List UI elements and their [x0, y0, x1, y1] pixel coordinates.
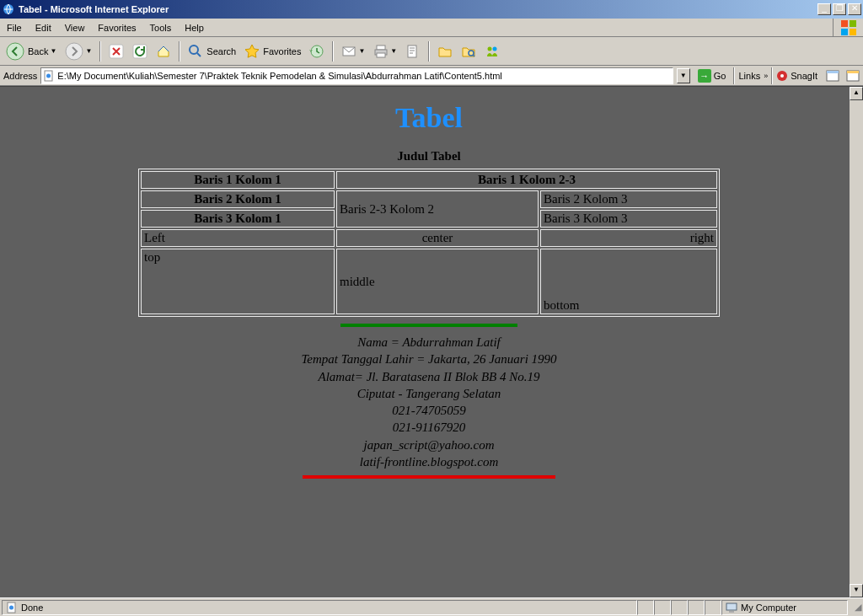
- cell-r23c2: Baris 2-3 Kolom 2: [336, 190, 539, 228]
- snagit-window-icon[interactable]: [826, 70, 839, 82]
- toolbar: Back ▼ ▼ Search Favorites ▼ ▼: [0, 37, 863, 66]
- go-icon: →: [698, 69, 711, 83]
- chevron-down-icon: ▼: [358, 47, 365, 55]
- info-nama: Nama = Abdurrahman Latif: [8, 334, 850, 351]
- status-panel: [705, 600, 721, 615]
- info-alamat: Alamat= Jl. Baratasena II Blok BB 4 No.1…: [8, 368, 850, 385]
- svg-rect-4: [850, 29, 856, 35]
- mail-button[interactable]: ▼: [339, 41, 367, 62]
- title-bar: Tabel - Microsoft Internet Explorer _ ❐ …: [0, 0, 863, 19]
- window-title: Tabel - Microsoft Internet Explorer: [19, 4, 169, 14]
- svg-rect-24: [827, 71, 839, 73]
- svg-point-18: [493, 46, 497, 51]
- refresh-button[interactable]: [130, 41, 150, 62]
- windows-logo-icon: [833, 19, 863, 37]
- svg-rect-29: [726, 603, 737, 610]
- chevron-down-icon: ▼: [50, 47, 56, 55]
- divider-red: [303, 475, 555, 479]
- snagit-profile-icon[interactable]: [846, 70, 860, 82]
- address-dropdown[interactable]: ▼: [677, 68, 690, 83]
- info-ttl: Tempat Tanggal Lahir = Jakarta, 26 Janua…: [8, 351, 850, 367]
- restore-button[interactable]: ❐: [833, 3, 846, 15]
- snagit-icon[interactable]: SnagIt: [776, 70, 817, 82]
- address-label: Address: [3, 71, 37, 81]
- history-button[interactable]: [307, 41, 327, 62]
- menu-view[interactable]: View: [58, 20, 92, 35]
- info-telp2: 021-91167920: [8, 419, 850, 436]
- cell-bottom: bottom: [540, 249, 717, 314]
- svg-point-20: [46, 73, 51, 78]
- status-panel: [654, 600, 671, 615]
- status-message: Done: [2, 600, 637, 615]
- info-block: Nama = Abdurrahman Latif Tempat Tanggal …: [8, 334, 850, 470]
- separator: [733, 67, 735, 84]
- print-button[interactable]: ▼: [371, 41, 399, 62]
- menu-file[interactable]: File: [0, 20, 29, 35]
- svg-point-6: [66, 43, 83, 60]
- cell-r3c3: Baris 3 Kolom 3: [540, 210, 717, 228]
- divider-green: [340, 324, 517, 327]
- svg-point-28: [9, 605, 13, 609]
- cell-r2c3: Baris 2 Kolom 3: [540, 190, 717, 208]
- favorites-button[interactable]: Favorites: [242, 41, 303, 62]
- separator: [99, 41, 101, 62]
- research-button[interactable]: [458, 41, 479, 62]
- svg-point-5: [7, 43, 24, 60]
- resize-grip-icon[interactable]: ◢: [848, 602, 861, 613]
- links-label[interactable]: Links: [738, 71, 760, 81]
- separator: [428, 41, 430, 62]
- ie-icon: [2, 3, 15, 16]
- menu-bar: File Edit View Favorites Tools Help: [0, 19, 863, 37]
- messenger-button[interactable]: [482, 41, 502, 62]
- security-zone: My Computer: [721, 600, 848, 615]
- svg-rect-15: [408, 46, 416, 57]
- status-bar: Done My Computer ◢: [0, 597, 863, 616]
- info-blog: latif-frontline.blogspot.com: [8, 453, 850, 470]
- search-button[interactable]: Search: [185, 41, 239, 62]
- cell-r2c1: Baris 2 Kolom 1: [141, 190, 335, 208]
- content-viewport: Tabel Judul Tabel Baris 1 Kolom 1 Baris …: [0, 86, 863, 597]
- svg-rect-1: [841, 20, 848, 27]
- home-button[interactable]: [153, 41, 174, 62]
- forward-button[interactable]: ▼: [62, 41, 94, 62]
- svg-rect-30: [729, 611, 734, 613]
- address-bar: Address E:\My Document\Kuliah\Semester 7…: [0, 66, 863, 86]
- status-panel: [671, 600, 688, 615]
- svg-point-9: [190, 46, 198, 54]
- menu-edit[interactable]: Edit: [29, 20, 58, 35]
- cell-r1c23: Baris 1 Kolom 2-3: [336, 171, 717, 189]
- status-panel: [637, 600, 654, 615]
- status-panel: [688, 600, 705, 615]
- page-icon: [43, 70, 55, 82]
- minimize-button[interactable]: _: [817, 3, 831, 15]
- chevron-down-icon: ▼: [390, 47, 397, 55]
- edit-button[interactable]: [403, 41, 423, 62]
- svg-rect-3: [841, 29, 848, 35]
- cell-r1c1: Baris 1 Kolom 1: [141, 171, 335, 189]
- stop-button[interactable]: [106, 41, 126, 62]
- separator: [179, 41, 180, 62]
- svg-rect-14: [377, 53, 385, 57]
- folder-button[interactable]: [435, 41, 455, 62]
- cell-top: top: [141, 249, 335, 314]
- cell-middle: middle: [336, 249, 539, 314]
- close-button[interactable]: ✕: [848, 3, 861, 15]
- menu-favorites[interactable]: Favorites: [91, 20, 142, 35]
- svg-rect-2: [850, 20, 856, 27]
- svg-point-17: [488, 46, 492, 51]
- address-input[interactable]: E:\My Document\Kuliah\Semester 7\Praktek…: [40, 67, 673, 84]
- cell-center: center: [336, 229, 539, 247]
- my-computer-icon: [726, 602, 737, 613]
- info-email: japan_script@yahoo.com: [8, 437, 850, 453]
- menu-help[interactable]: Help: [178, 20, 211, 35]
- cell-r3c1: Baris 3 Kolom 1: [141, 210, 335, 228]
- vertical-scrollbar[interactable]: ▲ ▼: [850, 87, 863, 597]
- scroll-up-icon[interactable]: ▲: [850, 87, 863, 100]
- chevron-right-icon: »: [764, 72, 768, 80]
- menu-tools[interactable]: Tools: [143, 20, 179, 35]
- cell-left: Left: [141, 229, 335, 247]
- go-button[interactable]: → Go: [694, 67, 731, 84]
- scroll-down-icon[interactable]: ▼: [850, 584, 863, 597]
- back-button[interactable]: Back ▼: [3, 41, 59, 62]
- info-kota: Ciputat - Tangerang Selatan: [8, 385, 850, 402]
